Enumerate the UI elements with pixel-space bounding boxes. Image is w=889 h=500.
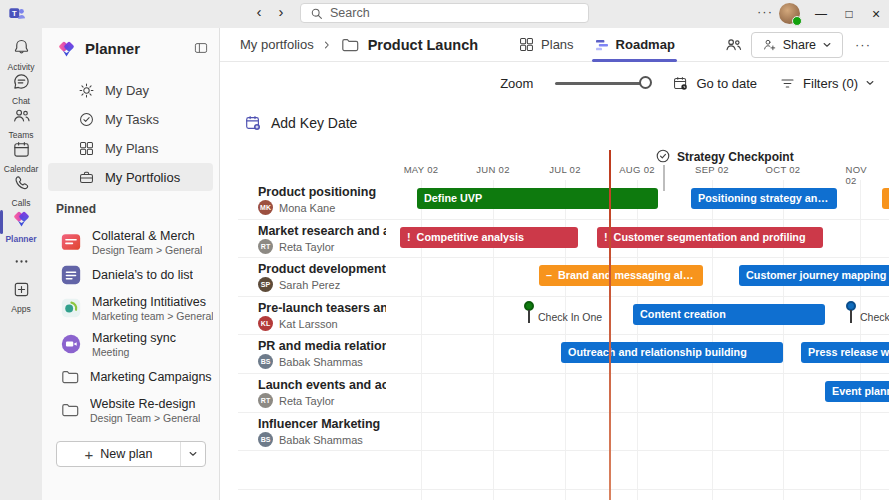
minimize-button[interactable]: — — [808, 0, 834, 28]
pinned-plan[interactable]: Daniela's to do list — [48, 260, 213, 290]
sidebar-item-my-day[interactable]: My Day — [48, 76, 213, 104]
tab-plans[interactable]: Plans — [512, 28, 580, 62]
collapse-sidebar-icon[interactable] — [193, 40, 209, 56]
rail-item-planner[interactable]: Planner — [0, 208, 42, 244]
pinned-plan[interactable]: Website Re-designDesign Team > General — [48, 392, 213, 428]
rail-item-activity[interactable]: Activity — [0, 38, 42, 72]
month-gridline — [860, 180, 861, 500]
filters-button[interactable]: Filters (0) — [779, 75, 875, 92]
task-assignee: BSBabak Shammas — [258, 354, 363, 369]
task-name[interactable]: Market research and analysis — [258, 224, 386, 238]
milestone-label: Check In One — [538, 311, 602, 323]
key-date-marker[interactable]: Strategy Checkpoint — [656, 149, 794, 164]
zoom-slider-thumb[interactable] — [639, 76, 652, 89]
assignee-name: Reta Taylor — [279, 241, 334, 253]
pinned-plan[interactable]: Collateral & MerchDesign Team > General — [48, 224, 213, 260]
task-name[interactable]: Influencer Marketing — [258, 417, 386, 431]
filter-icon — [779, 75, 796, 92]
rail-item-apps[interactable]: Apps — [0, 280, 42, 314]
key-date-label: Strategy Checkpoint — [677, 150, 794, 164]
search-placeholder: Search — [330, 6, 370, 20]
maximize-button[interactable]: □ — [836, 0, 862, 28]
task-bar[interactable] — [882, 188, 889, 209]
row-separator — [238, 257, 889, 258]
pinned-plan-text: Marketing IntitiativesMarketing team > G… — [92, 295, 213, 322]
rail-item-more[interactable] — [0, 252, 42, 275]
today-marker-line — [609, 150, 611, 500]
row-separator — [238, 334, 889, 335]
sidebar-item-label: My Day — [105, 83, 149, 98]
task-name[interactable]: Pre-launch teasers and cam... — [258, 301, 386, 315]
task-bar[interactable]: –Brand and messaging alignment — [539, 265, 703, 286]
apps-icon — [12, 280, 31, 299]
collateral-icon — [60, 231, 82, 253]
task-name[interactable]: PR and media relations — [258, 339, 386, 353]
task-name[interactable]: Launch events and activations — [258, 378, 386, 392]
task-bar[interactable]: Define UVP — [417, 188, 658, 209]
task-assignee: MKMona Kane — [258, 200, 335, 215]
pinned-plan-subtitle: Meeting — [92, 346, 176, 358]
roadmap-toolbar: Zoom Go to date Filters (0) — [220, 68, 889, 98]
go-to-date-label: Go to date — [696, 76, 757, 91]
task-name[interactable]: Product positioning — [258, 185, 386, 199]
sidebar-item-my-plans[interactable]: My Plans — [48, 134, 213, 162]
titlebar-more-button[interactable]: ··· — [757, 4, 773, 19]
assignee-name: Mona Kane — [279, 202, 335, 214]
new-plan-button[interactable]: + New plan — [56, 441, 206, 467]
add-key-date-button[interactable]: Add Key Date — [244, 114, 357, 132]
user-avatar[interactable] — [779, 3, 800, 24]
forward-button[interactable]: › — [272, 3, 290, 23]
sidebar-item-my-tasks[interactable]: My Tasks — [48, 105, 213, 133]
task-bar[interactable]: Positioning strategy and mess... — [691, 188, 837, 209]
back-button[interactable]: ‹ — [250, 3, 268, 23]
pinned-plan[interactable]: Marketing Campaigns — [48, 362, 213, 392]
go-to-date-button[interactable]: Go to date — [672, 75, 757, 92]
rail-item-label: Chat — [0, 96, 42, 106]
task-bar[interactable]: Content creation — [633, 304, 825, 325]
more-options-button[interactable]: ··· — [851, 37, 875, 52]
search-input[interactable]: Search — [300, 3, 589, 23]
rail-item-calendar[interactable]: Calendar — [0, 140, 42, 174]
task-bar[interactable]: Outreach and relationship building — [561, 342, 783, 363]
meeting-icon — [60, 333, 82, 355]
tab-roadmap[interactable]: Roadmap — [588, 28, 681, 62]
task-bar[interactable]: !Competitive analysis — [400, 227, 578, 248]
row-separator — [238, 296, 889, 297]
rail-item-teams[interactable]: Teams — [0, 106, 42, 140]
pinned-plan[interactable]: Marketing IntitiativesMarketing team > G… — [48, 290, 213, 326]
roadmap-view: My portfolios Product Launch Plans Roadm… — [220, 28, 889, 500]
bell-icon — [12, 38, 31, 57]
month-label: SEP 02 — [695, 164, 729, 175]
calendar-add-icon — [244, 114, 262, 132]
assignee-avatar: MK — [258, 200, 273, 215]
tab-plans-label: Plans — [541, 37, 574, 52]
pinned-plan-title: Website Re-design — [90, 397, 200, 411]
pinned-plan-text: Daniela's to do list — [92, 268, 193, 282]
pinned-plan-text: Collateral & MerchDesign Team > General — [92, 229, 202, 256]
share-label: Share — [783, 38, 816, 52]
task-assignee: KLKat Larsson — [258, 316, 338, 331]
roadmap-icon — [594, 37, 610, 53]
sidebar-item-my-portfolios[interactable]: My Portfolios — [48, 163, 213, 191]
task-bar[interactable]: Event planning — [825, 381, 889, 402]
pinned-plan[interactable]: Marketing syncMeeting — [48, 326, 213, 362]
page-title: Product Launch — [368, 37, 478, 53]
task-bar[interactable]: Press release writing — [801, 342, 889, 363]
chevron-down-icon[interactable] — [180, 442, 205, 466]
rail-item-calls[interactable]: Calls — [0, 174, 42, 208]
breadcrumb-chevron-icon — [322, 40, 332, 50]
pinned-plan-subtitle: Marketing team > General — [92, 310, 213, 322]
rail-item-chat[interactable]: Chat — [0, 72, 42, 106]
share-button[interactable]: Share — [751, 32, 843, 58]
breadcrumb[interactable]: My portfolios — [240, 37, 314, 52]
task-bar[interactable]: !Customer segmentation and profiling — [597, 227, 823, 248]
month-label: JUN 02 — [476, 164, 509, 175]
zoom-slider[interactable] — [555, 76, 650, 90]
task-assignee: SPSarah Perez — [258, 277, 340, 292]
add-key-date-label: Add Key Date — [271, 115, 357, 131]
members-icon[interactable] — [724, 35, 743, 54]
task-name[interactable]: Product development collab — [258, 262, 386, 276]
close-button[interactable]: × — [863, 0, 889, 28]
row-separator — [238, 450, 889, 451]
task-bar[interactable]: Customer journey mapping — [739, 265, 889, 286]
